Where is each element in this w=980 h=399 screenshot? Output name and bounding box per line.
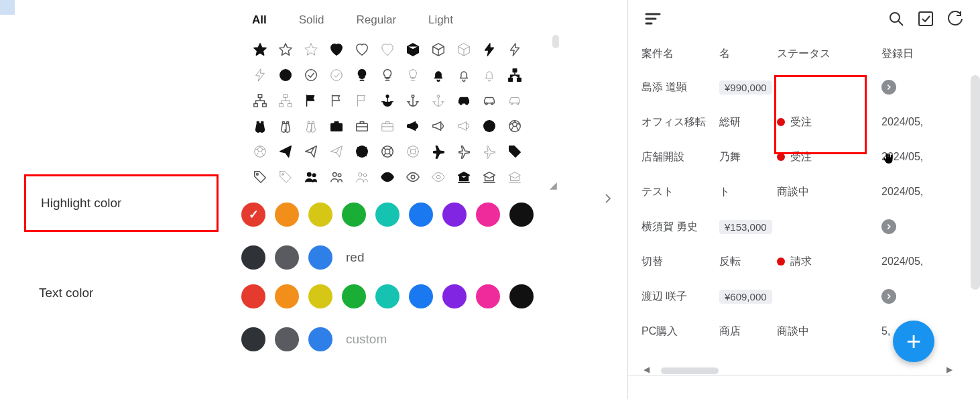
flag-outline-icon[interactable] — [328, 93, 345, 109]
tab-light[interactable]: Light — [424, 11, 457, 30]
car-outline-icon[interactable] — [481, 93, 497, 109]
color-swatch[interactable] — [509, 203, 534, 227]
color-swatch[interactable] — [275, 245, 299, 270]
heart-light-icon[interactable] — [379, 42, 395, 58]
life-ring-outline-icon[interactable] — [379, 144, 395, 160]
binoculars-outline-icon[interactable] — [278, 118, 294, 134]
table-row[interactable]: 横須賀 勇史¥153,000 — [628, 209, 980, 244]
lightbulb-outline-icon[interactable] — [379, 67, 395, 83]
color-swatch[interactable] — [476, 203, 500, 227]
color-swatch[interactable] — [409, 203, 433, 227]
tag-outline-icon[interactable] — [252, 169, 268, 185]
heart-solid-icon[interactable] — [328, 42, 345, 58]
plane-light-icon[interactable] — [481, 144, 497, 160]
color-swatch[interactable] — [275, 327, 299, 351]
cube-light-icon[interactable] — [456, 42, 472, 58]
sort-icon[interactable] — [644, 10, 662, 27]
color-swatch[interactable] — [308, 245, 332, 270]
anchor-light-icon[interactable] — [430, 93, 446, 109]
paper-plane-solid-icon[interactable] — [278, 144, 294, 160]
refresh-icon[interactable] — [946, 10, 964, 27]
table-horizontal-scrollbar-thumb[interactable] — [661, 367, 719, 374]
color-swatch[interactable] — [375, 203, 400, 227]
life-ring-light-icon[interactable] — [405, 144, 421, 160]
check-circle-solid-icon[interactable] — [278, 67, 294, 83]
table-row[interactable]: オフィス移転総研受注2024/05, — [628, 105, 980, 139]
star-light-icon[interactable] — [303, 42, 319, 58]
plane-solid-icon[interactable] — [430, 144, 446, 160]
futbol-outline-icon[interactable] — [507, 118, 523, 134]
life-ring-solid-icon[interactable] — [354, 144, 370, 160]
table-row[interactable]: 切替反転請求2024/05, — [628, 244, 980, 279]
binoculars-light-icon[interactable] — [303, 118, 319, 134]
color-swatch[interactable] — [342, 203, 366, 227]
color-swatch[interactable] — [241, 245, 265, 270]
color-swatch[interactable] — [442, 284, 467, 308]
university-light-icon[interactable] — [507, 169, 523, 185]
briefcase-outline-icon[interactable] — [354, 118, 370, 134]
checkbox-icon[interactable] — [917, 10, 934, 27]
sitemap-solid-icon[interactable] — [507, 67, 523, 83]
car-solid-icon[interactable] — [456, 93, 472, 109]
color-swatch[interactable] — [442, 203, 467, 227]
lightbulb-solid-icon[interactable] — [354, 67, 370, 83]
university-solid-icon[interactable] — [456, 169, 472, 185]
bell-solid-icon[interactable] — [430, 67, 446, 83]
paper-plane-outline-icon[interactable] — [303, 144, 319, 160]
futbol-light-icon[interactable] — [252, 144, 268, 160]
table-row[interactable]: 渡辺 咲子¥609,000 — [628, 279, 980, 314]
university-outline-icon[interactable] — [481, 169, 497, 185]
hscroll-right-caret-icon[interactable]: ▶ — [946, 365, 953, 374]
eye-solid-icon[interactable] — [379, 169, 395, 185]
check-circle-outline-icon[interactable] — [303, 67, 319, 83]
table-row[interactable]: 店舗開設乃舞受注2024/05, — [628, 139, 980, 174]
bullhorn-solid-icon[interactable] — [405, 118, 421, 134]
bolt-outline-icon[interactable] — [507, 42, 523, 58]
tab-solid[interactable]: Solid — [295, 11, 328, 30]
bolt-solid-icon[interactable] — [481, 42, 497, 58]
car-light-icon[interactable] — [507, 93, 523, 109]
color-swatch[interactable] — [275, 284, 299, 308]
color-swatch[interactable] — [342, 284, 366, 308]
users-outline-icon[interactable] — [328, 169, 345, 185]
eye-outline-icon[interactable] — [405, 169, 421, 185]
sitemap-outline-icon[interactable] — [252, 93, 268, 109]
color-swatch[interactable] — [409, 284, 433, 308]
chevron-right-icon[interactable] — [881, 80, 896, 95]
cube-outline-icon[interactable] — [430, 42, 446, 58]
users-light-icon[interactable] — [354, 169, 370, 185]
plane-outline-icon[interactable] — [456, 144, 472, 160]
star-solid-icon[interactable] — [252, 42, 268, 58]
color-swatch[interactable] — [241, 203, 265, 227]
color-swatch[interactable] — [241, 327, 265, 351]
sitemap-light-icon[interactable] — [278, 93, 294, 109]
color-swatch[interactable] — [308, 284, 332, 308]
flag-light-icon[interactable] — [354, 93, 370, 109]
tag-light-icon[interactable] — [278, 169, 294, 185]
check-circle-light-icon[interactable] — [328, 67, 345, 83]
cube-solid-icon[interactable] — [405, 42, 421, 58]
table-row[interactable]: テストト商談中2024/05, — [628, 174, 980, 209]
anchor-outline-icon[interactable] — [405, 93, 421, 109]
paper-plane-light-icon[interactable] — [328, 144, 345, 160]
color-swatch[interactable] — [275, 203, 299, 227]
anchor-solid-icon[interactable] — [379, 93, 395, 109]
bell-outline-icon[interactable] — [456, 67, 472, 83]
table-row[interactable]: 島添 道顕¥990,000 — [628, 70, 980, 105]
chevron-right-icon[interactable] — [881, 219, 896, 234]
color-swatch[interactable] — [476, 284, 500, 308]
lightbulb-light-icon[interactable] — [405, 67, 421, 83]
color-swatch[interactable] — [308, 203, 332, 227]
bolt-light-icon[interactable] — [252, 67, 268, 83]
tab-all[interactable]: All — [248, 11, 271, 30]
flag-solid-icon[interactable] — [303, 93, 319, 109]
bell-light-icon[interactable] — [481, 67, 497, 83]
color-swatch[interactable] — [241, 284, 265, 308]
tab-regular[interactable]: Regular — [353, 11, 401, 30]
hscroll-left-caret-icon[interactable]: ◀ — [644, 365, 650, 374]
heart-outline-icon[interactable] — [354, 42, 370, 58]
star-outline-icon[interactable] — [278, 42, 294, 58]
bullhorn-light-icon[interactable] — [456, 118, 472, 134]
table-vertical-scrollbar[interactable] — [971, 75, 980, 290]
bullhorn-outline-icon[interactable] — [430, 118, 446, 134]
